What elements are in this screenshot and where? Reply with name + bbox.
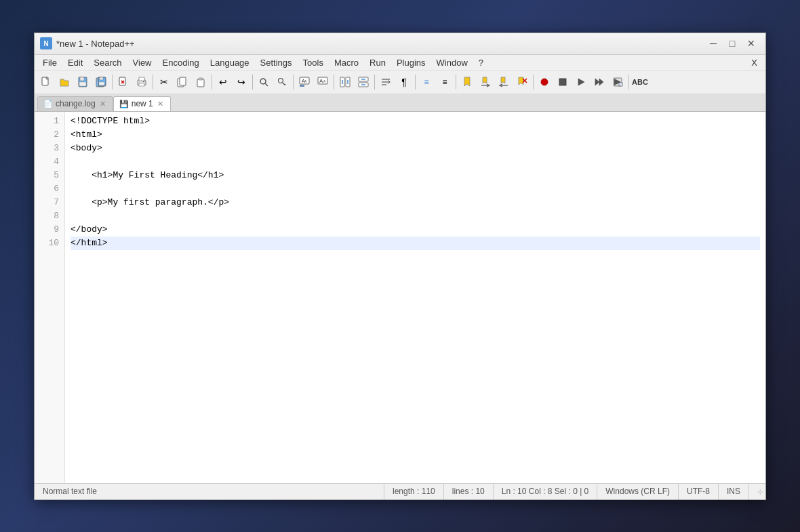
- status-lines: lines : 10: [444, 484, 494, 499]
- code-line[interactable]: <p>My first paragraph.</p>: [71, 196, 760, 209]
- tab-new1-close[interactable]: ✕: [156, 99, 165, 109]
- code-line[interactable]: </body>: [71, 223, 760, 237]
- window-controls: ─ □ ✕: [704, 37, 760, 50]
- macro-run-multiple-button[interactable]: [591, 73, 608, 91]
- undo-button[interactable]: ↩: [214, 73, 232, 91]
- code-line[interactable]: </html>: [71, 237, 760, 250]
- close-tab-button[interactable]: [115, 73, 132, 91]
- menu-search[interactable]: Search: [88, 55, 127, 70]
- svg-rect-17: [180, 77, 186, 85]
- tab-new1-label: new 1: [132, 99, 153, 108]
- status-position: Ln : 10 Col : 8 Sel : 0 | 0: [494, 484, 598, 499]
- toolbar-separator-5: [293, 75, 294, 89]
- paste-button[interactable]: [192, 73, 209, 91]
- minimize-button[interactable]: ─: [704, 37, 722, 50]
- code-editor[interactable]: <!DOCTYPE html><html><body> <h1>My First…: [65, 112, 765, 483]
- menu-file[interactable]: File: [37, 55, 62, 70]
- svg-rect-8: [99, 82, 104, 85]
- svg-rect-19: [199, 78, 203, 80]
- zoom-out-button[interactable]: A A: [314, 73, 332, 91]
- toolbar-separator-7: [374, 75, 375, 89]
- macro-stop-button[interactable]: [554, 73, 572, 91]
- menu-run[interactable]: Run: [364, 55, 391, 70]
- find-button[interactable]: [255, 73, 273, 91]
- line-number: 5: [40, 169, 59, 182]
- svg-rect-3: [79, 82, 86, 86]
- svg-rect-14: [139, 83, 144, 86]
- menu-macro[interactable]: Macro: [329, 55, 364, 70]
- menu-edit[interactable]: Edit: [62, 55, 88, 70]
- show-all-button[interactable]: ¶: [395, 73, 413, 91]
- cut-button[interactable]: ✂: [155, 73, 173, 91]
- tab-new1[interactable]: 💾 new 1 ✕: [113, 96, 171, 111]
- sync-v-button[interactable]: [336, 73, 354, 91]
- code-line[interactable]: [71, 155, 760, 169]
- outdent-button[interactable]: ≡: [436, 73, 454, 91]
- save-button[interactable]: [74, 73, 92, 91]
- svg-point-46: [541, 79, 548, 85]
- line-number: 4: [40, 155, 59, 169]
- menu-settings[interactable]: Settings: [255, 55, 298, 70]
- svg-rect-15: [143, 81, 144, 82]
- redo-button[interactable]: ↪: [233, 73, 250, 91]
- toolbar-separator-1: [112, 75, 113, 89]
- menu-view[interactable]: View: [127, 55, 157, 70]
- toolbar-separator-11: [628, 75, 629, 89]
- spell-check-button[interactable]: ABC: [631, 73, 649, 91]
- bookmark-prev-button[interactable]: [495, 73, 513, 91]
- panel-close[interactable]: X: [746, 56, 763, 69]
- indent-button[interactable]: ≡: [418, 73, 435, 91]
- close-button[interactable]: ✕: [742, 37, 760, 50]
- menu-tools[interactable]: Tools: [298, 55, 329, 70]
- status-file-type: Normal text file: [35, 484, 384, 499]
- svg-rect-18: [197, 79, 204, 87]
- code-line[interactable]: <body>: [71, 142, 760, 155]
- code-line[interactable]: <html>: [71, 128, 760, 142]
- tab-changelog-icon: 📄: [43, 100, 53, 108]
- bookmark-toggle-button[interactable]: [458, 73, 476, 91]
- svg-point-22: [279, 79, 283, 83]
- code-line[interactable]: [71, 209, 760, 223]
- line-number: 3: [40, 142, 59, 155]
- macro-save-button[interactable]: [609, 73, 626, 91]
- code-line[interactable]: <!DOCTYPE html>: [71, 115, 760, 128]
- menu-plugins[interactable]: Plugins: [391, 55, 431, 70]
- code-line[interactable]: [71, 182, 760, 196]
- line-number: 9: [40, 223, 59, 237]
- line-number: 10: [40, 237, 59, 250]
- menu-bar: File Edit Search View Encoding Language …: [35, 55, 765, 71]
- menu-encoding[interactable]: Encoding: [157, 55, 205, 70]
- replace-button[interactable]: [273, 73, 291, 91]
- macro-play-button[interactable]: [572, 73, 590, 91]
- menu-language[interactable]: Language: [205, 55, 255, 70]
- line-number: 1: [40, 115, 59, 128]
- macro-record-button[interactable]: [536, 73, 553, 91]
- new-button[interactable]: [37, 73, 55, 91]
- code-line[interactable]: <h1>My First Heading</h1>: [71, 169, 760, 182]
- open-button[interactable]: [56, 73, 73, 91]
- toolbar-separator-4: [252, 75, 253, 89]
- tab-changelog[interactable]: 📄 change.log ✕: [37, 96, 113, 111]
- bookmark-next-button[interactable]: [477, 73, 494, 91]
- svg-line-21: [265, 83, 268, 86]
- menu-window[interactable]: Window: [431, 55, 473, 70]
- tab-changelog-label: change.log: [56, 99, 96, 108]
- toolbar-separator-8: [415, 75, 416, 89]
- sync-h-button[interactable]: [355, 73, 372, 91]
- svg-rect-2: [80, 77, 84, 81]
- save-all-button[interactable]: [92, 73, 110, 91]
- toolbar: ✂ ↩ ↪: [35, 71, 765, 94]
- line-number: 2: [40, 128, 59, 142]
- zoom-in-button[interactable]: A A: [296, 73, 313, 91]
- svg-rect-13: [139, 77, 144, 81]
- toolbar-separator-9: [456, 75, 456, 89]
- wrap-button[interactable]: [377, 73, 395, 91]
- copy-button[interactable]: [174, 73, 191, 91]
- bookmark-clear-button[interactable]: [513, 73, 531, 91]
- toolbar-separator-6: [334, 75, 334, 89]
- maximize-button[interactable]: □: [723, 37, 741, 50]
- print-button[interactable]: [133, 73, 151, 91]
- menu-help[interactable]: ?: [473, 55, 489, 70]
- svg-point-20: [260, 79, 266, 84]
- tab-changelog-close[interactable]: ✕: [98, 99, 107, 109]
